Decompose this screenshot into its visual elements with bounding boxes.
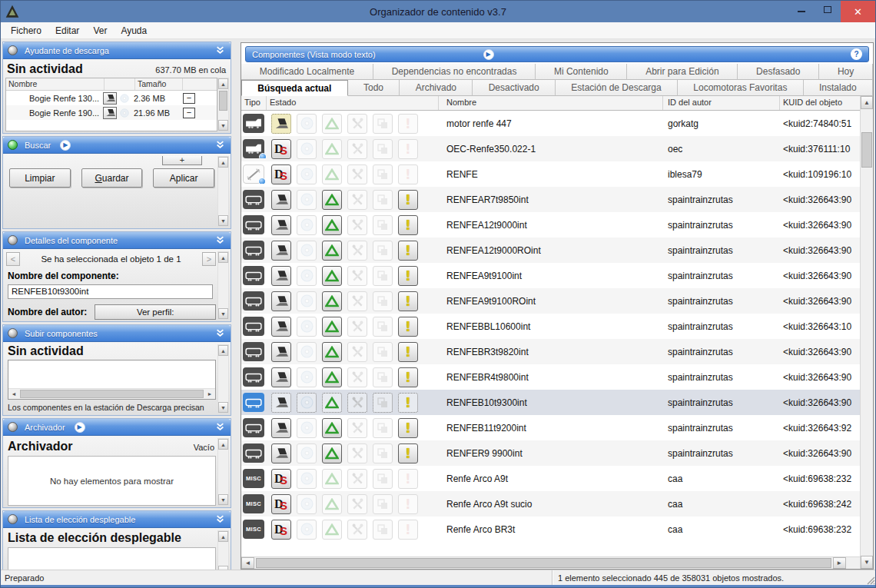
tools-icon[interactable]: [347, 215, 367, 235]
next-object-button[interactable]: >: [202, 252, 216, 266]
scrollbar[interactable]: ▲ ▼: [217, 156, 229, 227]
copy-icon[interactable]: [373, 241, 393, 261]
scroll-left-icon[interactable]: ◄: [8, 390, 19, 399]
tools-icon[interactable]: [347, 469, 367, 489]
download-queue-row[interactable]: Bogie Renfe 190... 21.96 MB −: [6, 105, 217, 120]
tab-abrir-para-edici-n[interactable]: Abrir para Edición: [627, 64, 738, 80]
scroll-down-icon[interactable]: ▼: [218, 120, 228, 131]
scroll-up-icon[interactable]: ▲: [218, 439, 228, 450]
tools-icon[interactable]: [347, 139, 367, 159]
tools-icon[interactable]: [347, 520, 367, 540]
disc-icon[interactable]: [297, 342, 317, 362]
scroll-up-icon[interactable]: ▲: [218, 78, 228, 89]
laptop-icon[interactable]: [103, 107, 117, 119]
scroll-up-icon[interactable]: ▲: [218, 252, 228, 263]
scroll-up-icon[interactable]: ▲: [861, 96, 873, 109]
tools-icon[interactable]: [347, 241, 367, 261]
tab-hoy[interactable]: Hoy: [819, 64, 873, 80]
installed-laptop-icon[interactable]: DS: [271, 393, 291, 413]
menu-ayuda[interactable]: Ayuda: [114, 24, 154, 38]
scroll-up-icon[interactable]: ▲: [218, 345, 228, 356]
tab-todo[interactable]: Todo: [348, 80, 400, 96]
copy-icon[interactable]: [373, 520, 393, 540]
warning-exclamation-icon[interactable]: !: [398, 215, 418, 235]
scroll-down-icon[interactable]: ▼: [218, 402, 228, 413]
tab-locomotoras-favoritas[interactable]: Locomotoras Favoritas: [678, 80, 804, 96]
scroll-down-icon[interactable]: ▼: [218, 308, 228, 319]
table-row[interactable]: MISC DS ! RENFEA9t91: [241, 263, 860, 288]
modified-triangle-icon[interactable]: [322, 114, 342, 134]
modified-triangle-icon[interactable]: [322, 520, 342, 540]
warning-exclamation-icon[interactable]: !: [398, 291, 418, 311]
tab-dependencias-no-encontradas[interactable]: Dependencias no encontradas: [373, 64, 536, 80]
disc-icon[interactable]: [297, 266, 317, 286]
table-row[interactable]: MISC DS ! RENFEA9t91: [241, 288, 860, 314]
installed-laptop-icon[interactable]: DS: [271, 241, 291, 261]
table-row[interactable]: MISC DS ! Renfe Arco: [241, 466, 860, 491]
copy-icon[interactable]: [373, 367, 393, 387]
warning-exclamation-icon[interactable]: !: [398, 367, 418, 387]
disc-icon[interactable]: [297, 114, 317, 134]
tools-icon[interactable]: [347, 494, 367, 514]
table-row[interactable]: MISC DS ! RENFE: [241, 161, 860, 187]
tab-b-squeda-actual[interactable]: Búsqueda actual: [241, 80, 348, 96]
disc-icon[interactable]: [297, 418, 317, 438]
warning-exclamation-icon[interactable]: !: [398, 241, 418, 261]
copy-icon[interactable]: [373, 190, 393, 210]
warning-exclamation-icon[interactable]: !: [398, 139, 418, 159]
remove-download-button[interactable]: −: [183, 108, 195, 118]
warning-exclamation-icon[interactable]: !: [398, 520, 418, 540]
table-row[interactable]: MISC DS ! OEC-Renfe3: [241, 136, 860, 161]
installed-laptop-icon[interactable]: DS: [271, 418, 291, 438]
column-header-kuid[interactable]: KUID del objeto: [780, 96, 860, 110]
table-row[interactable]: MISC DS ! Renfe Arco: [241, 517, 860, 542]
column-header-nombre[interactable]: Nombre: [439, 96, 663, 110]
disc-icon[interactable]: [297, 291, 317, 311]
installed-laptop-icon[interactable]: DS: [271, 139, 291, 159]
collapse-chevron-icon[interactable]: [214, 45, 226, 57]
collapse-chevron-icon[interactable]: [214, 327, 226, 340]
scroll-thumb[interactable]: [256, 558, 831, 568]
table-row[interactable]: MISC DS ! RENFEB11t9: [241, 415, 860, 440]
expand-arrow-icon[interactable]: ▶: [483, 49, 494, 60]
copy-icon[interactable]: [373, 266, 393, 286]
tools-icon[interactable]: [347, 190, 367, 210]
tools-icon[interactable]: [347, 393, 367, 413]
disc-icon[interactable]: [297, 443, 317, 463]
warning-exclamation-icon[interactable]: !: [398, 164, 418, 184]
scrollbar[interactable]: ▲ ▼: [217, 78, 229, 131]
scroll-thumb[interactable]: [20, 390, 204, 398]
warning-exclamation-icon[interactable]: !: [398, 494, 418, 514]
horizontal-scrollbar[interactable]: ◄ ►: [8, 388, 215, 399]
remove-download-button[interactable]: −: [183, 93, 195, 104]
tools-icon[interactable]: [347, 342, 367, 362]
modified-triangle-icon[interactable]: [322, 469, 342, 489]
warning-exclamation-icon[interactable]: !: [398, 418, 418, 438]
modified-triangle-icon[interactable]: [322, 291, 342, 311]
scroll-thumb[interactable]: [861, 132, 872, 168]
help-icon[interactable]: ?: [851, 48, 862, 60]
scrollbar[interactable]: ▲ ▼: [217, 251, 229, 320]
collapse-chevron-icon[interactable]: [214, 421, 226, 434]
tools-icon[interactable]: [347, 317, 367, 337]
table-row[interactable]: MISC DS ! RENFER9 99: [241, 440, 860, 466]
column-header-autor[interactable]: ID del autor: [663, 96, 780, 110]
collapse-chevron-icon[interactable]: [214, 234, 226, 247]
modified-triangle-icon[interactable]: [322, 164, 342, 184]
copy-icon[interactable]: [373, 342, 393, 362]
expand-arrow-icon[interactable]: ▶: [75, 422, 85, 433]
scroll-right-icon[interactable]: ►: [833, 557, 846, 569]
modified-triangle-icon[interactable]: [322, 494, 342, 514]
installed-laptop-icon[interactable]: DS: [271, 342, 291, 362]
horizontal-scrollbar[interactable]: ◄ ►: [241, 556, 860, 569]
installed-laptop-icon[interactable]: DS: [271, 469, 291, 489]
collapse-chevron-icon[interactable]: [214, 513, 226, 526]
disc-icon[interactable]: [297, 393, 317, 413]
disc-icon[interactable]: [297, 139, 317, 159]
tools-icon[interactable]: [347, 367, 367, 387]
disc-icon[interactable]: [297, 520, 317, 540]
table-row[interactable]: MISC DS ! RENFEB10t9: [241, 390, 860, 415]
column-header-nombre[interactable]: Nombre: [6, 78, 105, 90]
copy-icon[interactable]: [373, 494, 393, 514]
warning-exclamation-icon[interactable]: !: [398, 266, 418, 286]
